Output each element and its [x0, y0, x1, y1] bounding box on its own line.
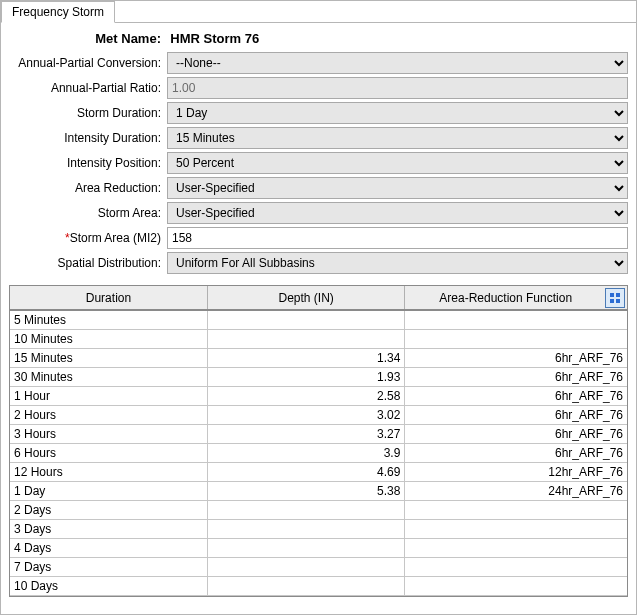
cell-duration[interactable]: 10 Days	[10, 576, 207, 595]
col-header-duration[interactable]: Duration	[10, 286, 207, 310]
cell-depth[interactable]: 2.58	[207, 386, 404, 405]
cell-arf[interactable]: 6hr_ARF_76	[405, 348, 627, 367]
intensity-duration-label: Intensity Duration:	[9, 131, 167, 145]
cell-arf[interactable]	[405, 538, 627, 557]
table-row[interactable]: 15 Minutes1.346hr_ARF_76	[10, 348, 627, 367]
cell-duration[interactable]: 15 Minutes	[10, 348, 207, 367]
table-row[interactable]: 3 Hours3.276hr_ARF_76	[10, 424, 627, 443]
cell-arf[interactable]: 12hr_ARF_76	[405, 462, 627, 481]
cell-duration[interactable]: 5 Minutes	[10, 310, 207, 329]
table-row[interactable]: 4 Days	[10, 538, 627, 557]
table-row[interactable]: 1 Hour2.586hr_ARF_76	[10, 386, 627, 405]
spatial-distribution-label: Spatial Distribution:	[9, 256, 167, 270]
table-row[interactable]: 5 Minutes	[10, 310, 627, 329]
frequency-storm-panel: Frequency Storm Met Name: HMR Storm 76 A…	[0, 0, 637, 615]
cell-depth[interactable]: 3.9	[207, 443, 404, 462]
annual-partial-conversion-label: Annual-Partial Conversion:	[9, 56, 167, 70]
cell-depth[interactable]	[207, 519, 404, 538]
storm-area-mi2-input[interactable]	[167, 227, 628, 249]
tab-frequency-storm[interactable]: Frequency Storm	[1, 1, 115, 23]
tab-bar: Frequency Storm	[1, 1, 636, 23]
table-row[interactable]: 7 Days	[10, 557, 627, 576]
cell-depth[interactable]	[207, 500, 404, 519]
cell-arf[interactable]: 6hr_ARF_76	[405, 367, 627, 386]
met-name-row: Met Name: HMR Storm 76	[1, 23, 636, 52]
annual-partial-conversion-select[interactable]: --None--	[167, 52, 628, 74]
cell-duration[interactable]: 2 Hours	[10, 405, 207, 424]
cell-arf[interactable]: 24hr_ARF_76	[405, 481, 627, 500]
cell-arf[interactable]: 6hr_ARF_76	[405, 424, 627, 443]
cell-depth[interactable]: 1.93	[207, 367, 404, 386]
area-reduction-label: Area Reduction:	[9, 181, 167, 195]
cell-arf[interactable]	[405, 519, 627, 538]
cell-depth[interactable]: 4.69	[207, 462, 404, 481]
cell-duration[interactable]: 1 Hour	[10, 386, 207, 405]
cell-depth[interactable]	[207, 310, 404, 329]
table-row[interactable]: 1 Day5.3824hr_ARF_76	[10, 481, 627, 500]
area-reduction-select[interactable]: User-Specified	[167, 177, 628, 199]
cell-arf[interactable]: 6hr_ARF_76	[405, 405, 627, 424]
cell-duration[interactable]: 30 Minutes	[10, 367, 207, 386]
cell-arf[interactable]	[405, 310, 627, 329]
storm-area-label: Storm Area:	[9, 206, 167, 220]
cell-arf[interactable]	[405, 500, 627, 519]
cell-duration[interactable]: 4 Days	[10, 538, 207, 557]
storm-area-mi2-label: *Storm Area (MI2)	[9, 231, 167, 245]
table-row[interactable]: 2 Hours3.026hr_ARF_76	[10, 405, 627, 424]
cell-arf[interactable]: 6hr_ARF_76	[405, 443, 627, 462]
svg-rect-4	[616, 299, 620, 303]
spatial-distribution-select[interactable]: Uniform For All Subbasins	[167, 252, 628, 274]
cell-depth[interactable]	[207, 538, 404, 557]
depth-table[interactable]: Duration Depth (IN) Area-Reduction Funct…	[10, 286, 627, 596]
cell-duration[interactable]: 3 Hours	[10, 424, 207, 443]
met-name-label: Met Name:	[9, 31, 167, 46]
table-header-row: Duration Depth (IN) Area-Reduction Funct…	[10, 286, 627, 310]
storm-form: Annual-Partial Conversion: --None-- Annu…	[1, 52, 636, 281]
col-header-depth[interactable]: Depth (IN)	[207, 286, 404, 310]
table-row[interactable]: 10 Minutes	[10, 329, 627, 348]
cell-duration[interactable]: 7 Days	[10, 557, 207, 576]
intensity-duration-select[interactable]: 15 Minutes	[167, 127, 628, 149]
storm-duration-select[interactable]: 1 Day	[167, 102, 628, 124]
table-row[interactable]: 2 Days	[10, 500, 627, 519]
intensity-position-label: Intensity Position:	[9, 156, 167, 170]
table-row[interactable]: 10 Days	[10, 576, 627, 595]
cell-arf[interactable]	[405, 329, 627, 348]
storm-area-mi2-label-text: Storm Area (MI2)	[70, 231, 161, 245]
svg-rect-3	[610, 299, 614, 303]
storm-duration-label: Storm Duration:	[9, 106, 167, 120]
col-header-arf[interactable]: Area-Reduction Function	[405, 286, 627, 310]
cell-duration[interactable]: 1 Day	[10, 481, 207, 500]
cell-depth[interactable]: 5.38	[207, 481, 404, 500]
storm-area-select[interactable]: User-Specified	[167, 202, 628, 224]
cell-depth[interactable]: 3.27	[207, 424, 404, 443]
annual-partial-ratio-input	[167, 77, 628, 99]
intensity-position-select[interactable]: 50 Percent	[167, 152, 628, 174]
cell-depth[interactable]	[207, 576, 404, 595]
grid-icon	[609, 292, 621, 304]
cell-depth[interactable]	[207, 557, 404, 576]
cell-duration[interactable]: 10 Minutes	[10, 329, 207, 348]
cell-duration[interactable]: 12 Hours	[10, 462, 207, 481]
cell-arf[interactable]	[405, 576, 627, 595]
cell-depth[interactable]	[207, 329, 404, 348]
svg-rect-2	[616, 293, 620, 297]
cell-duration[interactable]: 3 Days	[10, 519, 207, 538]
cell-arf[interactable]	[405, 557, 627, 576]
svg-rect-1	[610, 293, 614, 297]
cell-arf[interactable]: 6hr_ARF_76	[405, 386, 627, 405]
met-name-value: HMR Storm 76	[170, 31, 259, 46]
annual-partial-ratio-label: Annual-Partial Ratio:	[9, 81, 167, 95]
depth-table-wrap: Duration Depth (IN) Area-Reduction Funct…	[9, 285, 628, 597]
cell-duration[interactable]: 2 Days	[10, 500, 207, 519]
table-row[interactable]: 6 Hours3.96hr_ARF_76	[10, 443, 627, 462]
table-row[interactable]: 3 Days	[10, 519, 627, 538]
cell-depth[interactable]: 1.34	[207, 348, 404, 367]
table-row[interactable]: 30 Minutes1.936hr_ARF_76	[10, 367, 627, 386]
cell-duration[interactable]: 6 Hours	[10, 443, 207, 462]
table-options-button[interactable]	[605, 288, 625, 308]
table-row[interactable]: 12 Hours4.6912hr_ARF_76	[10, 462, 627, 481]
cell-depth[interactable]: 3.02	[207, 405, 404, 424]
